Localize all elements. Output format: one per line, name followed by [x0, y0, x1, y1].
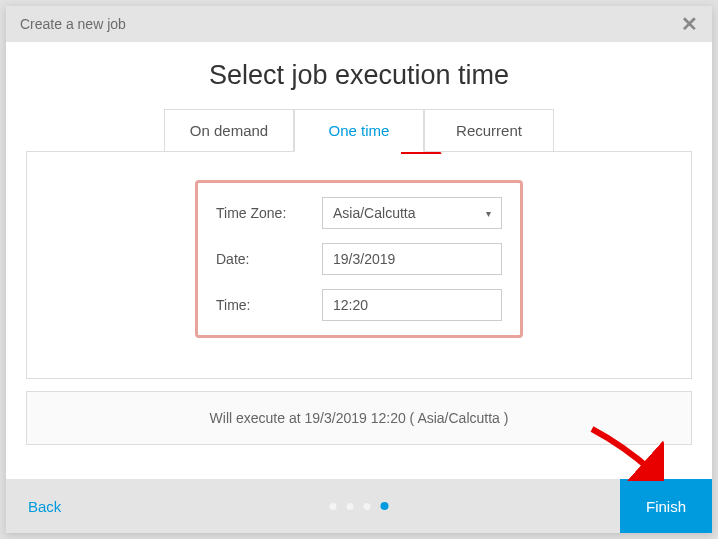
timezone-value: Asia/Calcutta: [333, 205, 415, 221]
modal-body: Select job execution time On demand One …: [6, 42, 712, 479]
timezone-label: Time Zone:: [216, 205, 306, 221]
date-label: Date:: [216, 251, 306, 267]
tab-one-time[interactable]: One time: [294, 109, 424, 152]
step-dot-3: [364, 503, 371, 510]
modal-header: Create a new job ✕: [6, 6, 712, 42]
date-input[interactable]: [322, 243, 502, 275]
date-row: Date:: [216, 243, 502, 275]
modal-title: Create a new job: [20, 16, 126, 32]
tab-recurrent[interactable]: Recurrent: [424, 109, 554, 152]
step-dot-1: [330, 503, 337, 510]
back-button[interactable]: Back: [6, 479, 83, 533]
time-row: Time:: [216, 289, 502, 321]
page-title: Select job execution time: [26, 60, 692, 91]
modal-footer: Back Finish: [6, 479, 712, 533]
execution-summary: Will execute at 19/3/2019 12:20 ( Asia/C…: [26, 391, 692, 445]
close-icon[interactable]: ✕: [681, 14, 698, 34]
finish-button[interactable]: Finish: [620, 479, 712, 533]
schedule-content: Time Zone: Asia/Calcutta ▾ Date: Time:: [26, 151, 692, 379]
time-label: Time:: [216, 297, 306, 313]
time-config-highlight: Time Zone: Asia/Calcutta ▾ Date: Time:: [195, 180, 523, 338]
create-job-modal: Create a new job ✕ Select job execution …: [6, 6, 712, 533]
timezone-row: Time Zone: Asia/Calcutta ▾: [216, 197, 502, 229]
schedule-tabs: On demand One time Recurrent: [26, 109, 692, 151]
timezone-select[interactable]: Asia/Calcutta ▾: [322, 197, 502, 229]
tab-on-demand[interactable]: On demand: [164, 109, 294, 152]
step-dot-2: [347, 503, 354, 510]
step-dot-4: [381, 502, 389, 510]
step-indicator: [330, 502, 389, 510]
chevron-down-icon: ▾: [486, 208, 491, 219]
time-input[interactable]: [322, 289, 502, 321]
